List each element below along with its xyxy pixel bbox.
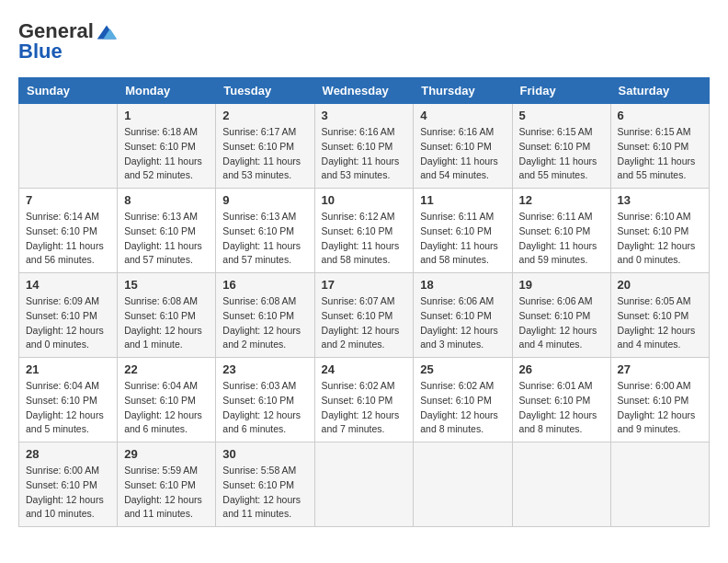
day-info: Sunrise: 6:02 AMSunset: 6:10 PMDaylight:… (322, 379, 407, 437)
day-number: 24 (322, 362, 407, 376)
day-info: Sunrise: 6:16 AMSunset: 6:10 PMDaylight:… (420, 125, 505, 183)
day-info: Sunrise: 6:15 AMSunset: 6:10 PMDaylight:… (519, 125, 604, 183)
day-number: 22 (124, 362, 209, 376)
day-cell: 14Sunrise: 6:09 AMSunset: 6:10 PMDayligh… (19, 273, 118, 358)
day-number: 18 (420, 278, 505, 292)
day-info: Sunrise: 6:13 AMSunset: 6:10 PMDaylight:… (124, 210, 209, 268)
day-number: 25 (420, 362, 505, 376)
day-cell: 6Sunrise: 6:15 AMSunset: 6:10 PMDaylight… (610, 104, 709, 189)
day-cell: 17Sunrise: 6:07 AMSunset: 6:10 PMDayligh… (314, 273, 414, 358)
day-info: Sunrise: 6:16 AMSunset: 6:10 PMDaylight:… (322, 125, 407, 183)
day-cell: 1Sunrise: 6:18 AMSunset: 6:10 PMDaylight… (118, 104, 216, 189)
week-row-5: 28Sunrise: 6:00 AMSunset: 6:10 PMDayligh… (19, 442, 710, 527)
day-number: 7 (26, 193, 110, 207)
day-info: Sunrise: 6:15 AMSunset: 6:10 PMDaylight:… (618, 125, 702, 183)
day-number: 20 (618, 278, 702, 292)
day-cell: 29Sunrise: 5:59 AMSunset: 6:10 PMDayligh… (118, 442, 216, 527)
header-row: SundayMondayTuesdayWednesdayThursdayFrid… (19, 78, 710, 104)
week-row-2: 7Sunrise: 6:14 AMSunset: 6:10 PMDaylight… (19, 189, 710, 273)
day-info: Sunrise: 6:12 AMSunset: 6:10 PMDaylight:… (322, 210, 407, 268)
day-number: 29 (124, 447, 209, 461)
day-cell: 27Sunrise: 6:00 AMSunset: 6:10 PMDayligh… (610, 358, 709, 442)
day-cell (512, 442, 610, 527)
week-row-1: 1Sunrise: 6:18 AMSunset: 6:10 PMDaylight… (19, 104, 710, 189)
day-info: Sunrise: 6:04 AMSunset: 6:10 PMDaylight:… (124, 379, 209, 437)
day-cell: 28Sunrise: 6:00 AMSunset: 6:10 PMDayligh… (19, 442, 118, 527)
day-cell: 2Sunrise: 6:17 AMSunset: 6:10 PMDaylight… (216, 104, 314, 189)
day-number: 17 (322, 278, 407, 292)
day-number: 16 (222, 278, 307, 292)
week-row-4: 21Sunrise: 6:04 AMSunset: 6:10 PMDayligh… (19, 358, 710, 442)
day-cell: 7Sunrise: 6:14 AMSunset: 6:10 PMDaylight… (19, 189, 118, 273)
day-number: 13 (618, 193, 702, 207)
page-header: General Blue (18, 18, 710, 63)
day-info: Sunrise: 6:02 AMSunset: 6:10 PMDaylight:… (420, 379, 505, 437)
day-info: Sunrise: 5:58 AMSunset: 6:10 PMDaylight:… (222, 464, 307, 522)
day-info: Sunrise: 6:01 AMSunset: 6:10 PMDaylight:… (519, 379, 604, 437)
logo-blue-text: Blue (18, 40, 119, 63)
day-cell (610, 442, 709, 527)
day-number: 12 (519, 193, 604, 207)
day-cell: 3Sunrise: 6:16 AMSunset: 6:10 PMDaylight… (314, 104, 414, 189)
day-cell: 13Sunrise: 6:10 AMSunset: 6:10 PMDayligh… (610, 189, 709, 273)
day-info: Sunrise: 6:14 AMSunset: 6:10 PMDaylight:… (26, 210, 110, 268)
day-cell (19, 104, 118, 189)
logo-container: General Blue (18, 18, 119, 63)
header-monday: Monday (118, 78, 216, 104)
day-number: 5 (519, 109, 604, 122)
day-number: 11 (420, 193, 505, 207)
day-cell: 21Sunrise: 6:04 AMSunset: 6:10 PMDayligh… (19, 358, 118, 442)
day-info: Sunrise: 6:09 AMSunset: 6:10 PMDaylight:… (26, 294, 110, 352)
day-info: Sunrise: 6:08 AMSunset: 6:10 PMDaylight:… (124, 294, 209, 352)
day-number: 1 (124, 109, 209, 122)
day-cell (314, 442, 414, 527)
day-cell: 26Sunrise: 6:01 AMSunset: 6:10 PMDayligh… (512, 358, 610, 442)
day-info: Sunrise: 6:13 AMSunset: 6:10 PMDaylight:… (222, 210, 307, 268)
day-number: 15 (124, 278, 209, 292)
day-number: 9 (222, 193, 307, 207)
day-info: Sunrise: 6:08 AMSunset: 6:10 PMDaylight:… (222, 294, 307, 352)
day-number: 10 (322, 193, 407, 207)
day-number: 27 (618, 362, 702, 376)
calendar-table: SundayMondayTuesdayWednesdayThursdayFrid… (18, 77, 710, 527)
day-cell: 23Sunrise: 6:03 AMSunset: 6:10 PMDayligh… (216, 358, 314, 442)
day-number: 28 (26, 447, 110, 461)
day-info: Sunrise: 6:06 AMSunset: 6:10 PMDaylight:… (519, 294, 604, 352)
day-number: 2 (222, 109, 307, 122)
day-cell: 5Sunrise: 6:15 AMSunset: 6:10 PMDaylight… (512, 104, 610, 189)
day-number: 30 (222, 447, 307, 461)
day-info: Sunrise: 6:18 AMSunset: 6:10 PMDaylight:… (124, 125, 209, 183)
logo: General Blue (18, 18, 119, 63)
day-cell: 8Sunrise: 6:13 AMSunset: 6:10 PMDaylight… (118, 189, 216, 273)
header-friday: Friday (512, 78, 610, 104)
day-cell (414, 442, 512, 527)
header-sunday: Sunday (19, 78, 118, 104)
day-number: 19 (519, 278, 604, 292)
day-info: Sunrise: 6:04 AMSunset: 6:10 PMDaylight:… (26, 379, 110, 437)
day-cell: 30Sunrise: 5:58 AMSunset: 6:10 PMDayligh… (216, 442, 314, 527)
day-info: Sunrise: 6:06 AMSunset: 6:10 PMDaylight:… (420, 294, 505, 352)
day-cell: 12Sunrise: 6:11 AMSunset: 6:10 PMDayligh… (512, 189, 610, 273)
day-info: Sunrise: 6:00 AMSunset: 6:10 PMDaylight:… (26, 464, 110, 522)
day-cell: 10Sunrise: 6:12 AMSunset: 6:10 PMDayligh… (314, 189, 414, 273)
day-cell: 16Sunrise: 6:08 AMSunset: 6:10 PMDayligh… (216, 273, 314, 358)
day-number: 23 (222, 362, 307, 376)
day-cell: 22Sunrise: 6:04 AMSunset: 6:10 PMDayligh… (118, 358, 216, 442)
day-number: 8 (124, 193, 209, 207)
day-info: Sunrise: 6:11 AMSunset: 6:10 PMDaylight:… (420, 210, 505, 268)
day-info: Sunrise: 6:05 AMSunset: 6:10 PMDaylight:… (618, 294, 702, 352)
day-info: Sunrise: 6:17 AMSunset: 6:10 PMDaylight:… (222, 125, 307, 183)
day-cell: 18Sunrise: 6:06 AMSunset: 6:10 PMDayligh… (414, 273, 512, 358)
header-saturday: Saturday (610, 78, 709, 104)
header-tuesday: Tuesday (216, 78, 314, 104)
day-cell: 20Sunrise: 6:05 AMSunset: 6:10 PMDayligh… (610, 273, 709, 358)
day-number: 14 (26, 278, 110, 292)
day-info: Sunrise: 5:59 AMSunset: 6:10 PMDaylight:… (124, 464, 209, 522)
day-number: 21 (26, 362, 110, 376)
week-row-3: 14Sunrise: 6:09 AMSunset: 6:10 PMDayligh… (19, 273, 710, 358)
day-info: Sunrise: 6:11 AMSunset: 6:10 PMDaylight:… (519, 210, 604, 268)
day-cell: 11Sunrise: 6:11 AMSunset: 6:10 PMDayligh… (414, 189, 512, 273)
day-info: Sunrise: 6:10 AMSunset: 6:10 PMDaylight:… (618, 210, 702, 268)
header-wednesday: Wednesday (314, 78, 414, 104)
day-cell: 9Sunrise: 6:13 AMSunset: 6:10 PMDaylight… (216, 189, 314, 273)
